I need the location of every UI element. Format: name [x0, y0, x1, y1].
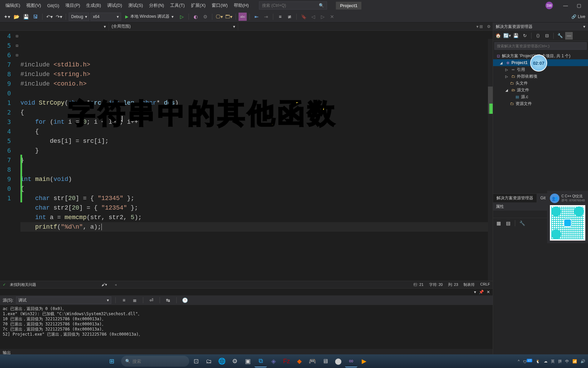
properties-icon[interactable]: 🔧 [556, 32, 564, 40]
ime-lang[interactable]: 英 [551, 359, 555, 364]
tray-expand-icon[interactable]: ^ [518, 359, 520, 363]
tray-onedrive-icon[interactable]: ☁ [544, 359, 548, 364]
tool-icon-2[interactable]: ⚙ [201, 13, 209, 21]
home-icon[interactable]: 🏠 [494, 32, 502, 40]
output-pin-icon[interactable]: 📌 [479, 290, 484, 294]
tray-qq-icon[interactable]: 🐧 [536, 359, 540, 364]
preview-icon[interactable]: — [565, 32, 573, 40]
sync-icon[interactable]: 🔄▾ [503, 32, 511, 40]
start-button[interactable]: ⊞ [105, 355, 118, 367]
menu-project[interactable]: 项目(P) [63, 1, 83, 10]
expand-icon[interactable]: ◢ [500, 61, 504, 65]
menu-extensions[interactable]: 扩展(X) [188, 1, 208, 10]
settings-icon[interactable]: ⚙ [229, 355, 241, 367]
comment-icon[interactable]: ≡ [276, 13, 284, 21]
cursor-char[interactable]: 字符: 20 [429, 282, 443, 287]
expand-icon[interactable]: ▷ [505, 68, 509, 72]
run-button[interactable]: ▶ 本地 Windows 调试器 ▾ [122, 13, 176, 21]
save-all-icon[interactable]: 🖫 [31, 13, 39, 21]
undo-icon[interactable]: ↶▾ [45, 13, 53, 21]
bookmark-next-icon[interactable]: ▷ [318, 13, 327, 21]
nav-gear-icon[interactable]: ⚙ [485, 24, 493, 29]
tree-external[interactable]: ▷ 🗀 外部依赖项 [493, 73, 588, 80]
tray-volume-icon[interactable]: 🔊 [581, 359, 585, 364]
menu-analyze[interactable]: 分析(N) [146, 1, 167, 10]
app-icon-1[interactable]: ◆ [293, 355, 306, 367]
terminal-icon[interactable]: ▣ [242, 355, 254, 367]
cursor-col[interactable]: 列: 23 [448, 282, 458, 287]
redo-icon[interactable]: ↷▾ [55, 13, 63, 21]
menu-debug[interactable]: 调试(D) [104, 1, 125, 10]
menu-edit[interactable]: 编辑(E) [3, 1, 23, 10]
bookmark-icon[interactable]: 🔖 [299, 13, 308, 21]
output-dropdown-icon[interactable]: ▾ [474, 290, 476, 294]
save-sln-icon[interactable]: 💾 [512, 32, 520, 40]
issues-text[interactable]: 未找到相关问题 [10, 282, 36, 287]
line-ending[interactable]: CRLF [480, 282, 490, 287]
maximize-button[interactable]: ▢ [573, 3, 585, 8]
solution-search-input[interactable] [497, 44, 584, 48]
uncomment-icon[interactable]: ≢ [285, 13, 294, 21]
tool-icon-1[interactable]: ◐ [192, 13, 200, 21]
search-input[interactable] [262, 3, 319, 8]
code-editor[interactable]: 456789012345678901 ⊟⊟⊟ #include <stdlib.… [0, 31, 493, 281]
output-source-dropdown[interactable]: 调试▾ [16, 296, 111, 304]
explorer-icon[interactable]: 🗂 [203, 355, 215, 367]
minimize-button[interactable]: — [559, 3, 572, 8]
menu-build[interactable]: 生成(B) [83, 1, 103, 10]
menu-view[interactable]: 视图(V) [23, 1, 44, 10]
tree-headers[interactable]: 🗀 头文件 [493, 80, 588, 87]
ime-mode[interactable]: 中 [565, 359, 569, 364]
project-name[interactable]: Project1 [336, 2, 361, 10]
app-icon-2[interactable]: 🎮 [306, 355, 318, 367]
edge-icon[interactable]: 🌐 [216, 355, 228, 367]
obs-icon[interactable]: ⬤ [332, 355, 344, 367]
solution-search[interactable] [494, 42, 587, 50]
code-content[interactable]: #include <stdlib.h>#include <string.h>#i… [20, 31, 493, 281]
open-icon[interactable]: 📂 [12, 13, 20, 21]
outdent-icon[interactable]: ⇤ [252, 13, 261, 21]
tray-wifi-icon[interactable]: 📶 [572, 359, 577, 364]
refresh-icon[interactable]: ↻ [521, 32, 528, 40]
media-icon[interactable]: ▶ [358, 355, 370, 367]
cursor-line[interactable]: 行: 21 [413, 282, 423, 287]
wrench-icon[interactable]: 🔧 [518, 219, 526, 227]
vs-icon[interactable]: ∞ [345, 355, 357, 367]
app-icon-3[interactable]: 🖥 [319, 355, 331, 367]
menu-help[interactable]: 帮助(H) [231, 1, 251, 10]
taskbar-search-input[interactable] [132, 359, 190, 364]
bookmark-clear-icon[interactable]: ✕ [328, 13, 336, 21]
nav-scope-right[interactable] [238, 22, 474, 31]
config-dropdown[interactable]: Debug ▾ [69, 13, 89, 21]
platform-dropdown[interactable]: x64 ▾ [91, 13, 121, 21]
teams-icon[interactable]: ◈ [267, 355, 280, 367]
ime-region[interactable]: 拼 [558, 359, 562, 364]
fold-gutter[interactable]: ⊟⊟⊟ [14, 31, 20, 281]
indent-icon[interactable]: ⇥ [262, 13, 270, 21]
nav-split-icon[interactable]: ▾ ⊞ [474, 24, 485, 29]
output-toggle-icon[interactable]: ≣ [131, 296, 139, 304]
task-view-icon[interactable]: ⊡ [190, 355, 202, 367]
filezilla-icon[interactable]: Fz [280, 355, 293, 367]
menu-tools[interactable]: 工具(T) [167, 1, 187, 10]
abc-icon[interactable]: abc [239, 13, 247, 21]
output-clear-icon[interactable]: ≡ [120, 296, 128, 304]
taskbar-search[interactable]: 🔍 [121, 356, 189, 367]
minimap[interactable] [488, 39, 493, 281]
scroll-left-icon[interactable]: ◂ [115, 282, 117, 287]
tree-source-file[interactable]: ▤ 源.c [493, 93, 588, 100]
expand-icon[interactable]: ▷ [505, 75, 509, 78]
vscode-icon[interactable]: ⧉ [255, 355, 267, 367]
output-wrap-icon[interactable]: ⏎ [147, 296, 156, 304]
show-all-icon[interactable]: ⟨⟩ [534, 32, 542, 40]
expand-icon[interactable]: ◢ [505, 88, 509, 92]
user-avatar[interactable]: SW [545, 2, 553, 9]
save-icon[interactable]: 💾 [22, 13, 30, 21]
tray-shield-icon[interactable]: 🛡47 [523, 359, 532, 364]
brush-icon[interactable]: 🖌▾ [101, 282, 107, 287]
browser-icon[interactable]: 🖵▾ [215, 13, 223, 21]
categorize-icon[interactable]: ▦ [494, 219, 503, 227]
output-close-icon[interactable]: ✕ [487, 290, 490, 294]
menu-test[interactable]: 测试(S) [126, 1, 146, 10]
live-share[interactable]: 🔗 Live [571, 14, 585, 19]
